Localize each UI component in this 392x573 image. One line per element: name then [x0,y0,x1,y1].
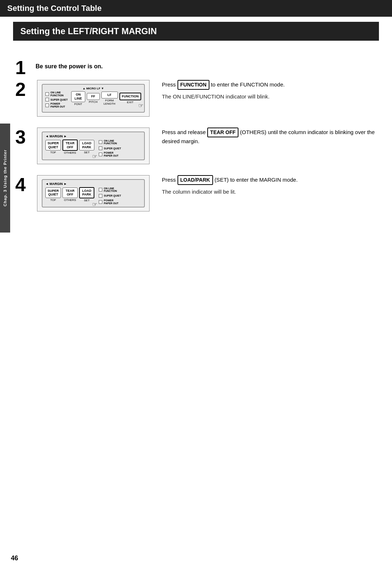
kb-btn-super-quiet-3: SUPERQUIET [45,140,61,151]
kb-btn-online: ON LINE [71,91,85,102]
kb-row-2: ON LINE FONT FF PITCH LF FORM LENGTH [71,91,141,106]
step-1-text: Be sure the power is on. [36,63,103,70]
kb-btn-tear-off-3: TEAROFF [62,140,78,151]
step-1: 1 Be sure the power is on. [15,58,381,77]
tear-off-button-label: TEAR OFF [207,128,238,137]
indicator-online-fn-3: ON LINEFUNCTION [99,140,121,145]
kb-row-4: SUPERQUIET TOF TEAROFF OTHERS LOADPARK S… [45,187,94,202]
main-content: 1 Be sure the power is on. 2 ▲ MICRO LF … [0,47,392,226]
step-2-content: ▲ MICRO LF ▼ ON LINEFUNCTION [37,80,381,117]
step-4: 4 ◄ MARGIN ► SUPERQUIET TOF [15,175,381,212]
kb-btn-load-park-3: LOADPARK [79,140,94,151]
indicator-group-4: ON LINEFUNCTION SUPER QUIET POWERPAPER O… [99,187,121,205]
kb-btn-ff: FF [87,93,100,100]
step-4-note: The column indicator will be lit. [162,188,381,196]
indicator-super-quiet-4: SUPER QUIET [99,194,121,198]
page-number: 46 [11,554,18,562]
step-2-text: Press FUNCTION to enter the FUNCTION mod… [162,80,381,103]
step-1-number: 1 [15,58,30,77]
kb-btn-load-park-4: LOADPARK [79,187,94,199]
indicator-power-paper-4: POWERPAPER OUT [99,199,121,205]
load-park-button-label: LOAD/PARK [177,175,213,185]
page-header: Setting the Control Table [0,0,392,17]
step-3-text: Press and release TEAR OFF (OTHERS) unti… [162,128,381,148]
indicator-power-paper-3: POWERPAPER OUT [99,152,121,157]
header-title: Setting the Control Table [7,4,102,13]
step-3: 3 ◄ MARGIN ► SUPERQUIET TOF [15,128,381,164]
keyboard-panel-3: ◄ MARGIN ► SUPERQUIET TOF TEAR [42,132,145,160]
kb-row-3: SUPERQUIET TOF TEAROFF OTHERS LOADPARK S… [45,140,94,155]
margin-label-4: ◄ MARGIN ► [45,182,141,186]
section-title: Setting the LEFT/RIGHT MARGIN [13,22,379,41]
function-button-label: FUNCTION [177,80,209,90]
step-2: 2 ▲ MICRO LF ▼ ON L [15,80,381,117]
step-4-number: 4 [15,175,30,194]
finger-icon-3: ☞ [92,153,97,160]
step-2-note: The ON LINE/FUNCTION indicator will blin… [162,93,381,101]
margin-label-3: ◄ MARGIN ► [45,134,141,138]
indicator-online-fn: ON LINEFUNCTION [45,91,68,97]
indicator-power-paper: POWERPAPER OUT [45,102,68,108]
indicator-super-quiet-3: SUPER QUIET [99,146,121,150]
step-3-image: ◄ MARGIN ► SUPERQUIET TOF TEAR [37,128,150,164]
indicator-online-fn-4: ON LINEFUNCTION [99,187,121,193]
step-4-content: ◄ MARGIN ► SUPERQUIET TOF TEAR [37,175,381,212]
indicator-super-quiet: SUPER QUIET [45,98,68,101]
finger-icon-2: ☞ [138,102,143,109]
kb-top-label-2: ▲ MICRO LF ▼ [45,87,141,90]
kb-btn-tear-off-4: TEAROFF [62,187,78,198]
finger-icon-4: ☞ [92,201,97,208]
step-4-image: ◄ MARGIN ► SUPERQUIET TOF TEAR [37,175,150,212]
keyboard-panel-4: ◄ MARGIN ► SUPERQUIET TOF TEAR [42,179,145,208]
step-3-content: ◄ MARGIN ► SUPERQUIET TOF TEAR [37,128,381,164]
side-tab: Chap. 3 Using the Printer [0,124,10,233]
keyboard-panel-2: ▲ MICRO LF ▼ ON LINEFUNCTION [42,84,145,113]
step-2-image: ▲ MICRO LF ▼ ON LINEFUNCTION [37,80,150,117]
step-3-number: 3 [15,128,30,146]
kb-btn-function: FUNCTION [119,93,142,100]
step-2-number: 2 [15,80,30,99]
step-4-text: Press LOAD/PARK (SET) to enter the MARGI… [162,175,381,198]
indicator-group-3: ON LINEFUNCTION SUPER QUIET POWERPAPER O… [99,140,121,157]
kb-btn-super-quiet-4: SUPERQUIET [45,187,61,198]
kb-btn-lf: LF [101,92,118,98]
